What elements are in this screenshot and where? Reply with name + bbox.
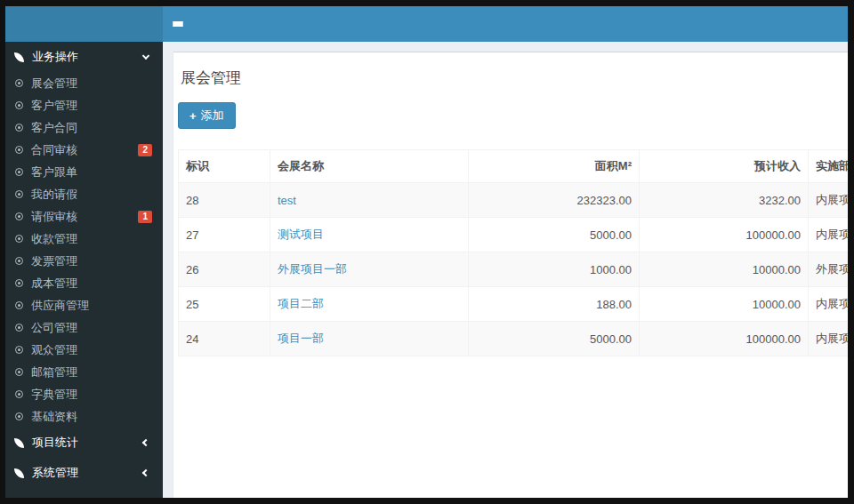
table-cell: 5000.00 xyxy=(469,322,640,356)
sidebar-item-label: 客户管理 xyxy=(31,99,77,112)
exhibition-name-link[interactable]: 项目一部 xyxy=(270,322,469,356)
sidebar-submenu: 展会管理客户管理客户合同合同审核2客户跟单我的请假请假审核1收款管理发票管理成本… xyxy=(5,72,163,428)
sidebar-item[interactable]: 发票管理 xyxy=(5,250,163,272)
sidebar-item[interactable]: 客户跟单 xyxy=(5,161,163,183)
sidebar-item-label: 展会管理 xyxy=(31,76,77,90)
exhibition-name-link[interactable]: 外展项目一部 xyxy=(270,252,469,287)
sidebar-item[interactable]: 供应商管理 xyxy=(5,294,163,316)
circle-dot-icon xyxy=(15,412,23,420)
leaf-icon xyxy=(14,52,24,62)
sidebar-item-label: 邮箱管理 xyxy=(31,365,77,379)
circle-dot-icon xyxy=(15,279,23,287)
circle-dot-icon xyxy=(15,79,23,87)
sidebar-item[interactable]: 基础资料 xyxy=(5,405,163,428)
sidebar-section-label: 系统管理 xyxy=(32,465,78,481)
sidebar-item-label: 我的请假 xyxy=(31,188,77,201)
chevron-down-icon xyxy=(142,52,149,60)
table-header-row: 标识会展名称面积M²预计收入实施部门 xyxy=(179,150,849,183)
sidebar-item[interactable]: 客户管理 xyxy=(5,94,163,116)
top-navbar xyxy=(5,6,848,42)
table-cell: 24 xyxy=(179,322,270,356)
column-header: 实施部门 xyxy=(809,150,849,183)
sidebar-item-label: 客户合同 xyxy=(31,121,77,134)
sidebar-item-label: 成本管理 xyxy=(31,276,77,290)
sidebar-item-label: 收款管理 xyxy=(31,232,77,245)
table-cell: 5000.00 xyxy=(469,218,640,252)
hamburger-icon xyxy=(173,21,183,27)
table-cell: 27 xyxy=(179,218,270,252)
sidebar-section-1[interactable]: 业务操作 xyxy=(5,42,163,72)
navbar-main xyxy=(163,6,848,42)
table-cell: 外展项目 xyxy=(809,252,849,287)
sidebar-item[interactable]: 我的请假 xyxy=(5,183,163,205)
table-cell: 内展项目 xyxy=(809,218,849,252)
sidebar-item-label: 公司管理 xyxy=(31,321,77,334)
table-body: 28test232323.003232.00内展项目27测试项目5000.001… xyxy=(179,183,849,356)
sidebar-item[interactable]: 请假审核1 xyxy=(5,205,163,228)
table-cell: 10000.00 xyxy=(640,252,809,287)
sidebar-toggle-button[interactable] xyxy=(163,6,193,42)
sidebar-item[interactable]: 成本管理 xyxy=(5,272,163,294)
sidebar-section-3[interactable]: 系统管理 xyxy=(5,458,163,488)
circle-dot-icon xyxy=(15,368,23,376)
sidebar-menu: 业务操作展会管理客户管理客户合同合同审核2客户跟单我的请假请假审核1收款管理发票… xyxy=(5,42,163,488)
logo-area xyxy=(5,6,163,42)
sidebar-item[interactable]: 客户合同 xyxy=(5,116,163,139)
add-button[interactable]: + 添加 xyxy=(178,102,236,129)
leaf-icon xyxy=(14,468,24,478)
table-cell: 内展项目 xyxy=(809,322,849,356)
table-cell: 188.00 xyxy=(469,287,640,322)
add-button-label: 添加 xyxy=(201,108,224,124)
screenshot-frame: { "topbar": { "hamburger_icon": "hamburg… xyxy=(0,0,854,504)
chevron-left-icon xyxy=(142,439,149,446)
sidebar-item-label: 字典管理 xyxy=(31,388,77,401)
sidebar-item[interactable]: 收款管理 xyxy=(5,228,163,250)
sidebar-item-label: 基础资料 xyxy=(31,410,77,423)
table-cell: 26 xyxy=(179,252,270,287)
table-cell: 内展项目 xyxy=(809,287,849,322)
table-cell: 100000.00 xyxy=(640,322,809,356)
circle-dot-icon xyxy=(15,324,23,332)
circle-dot-icon xyxy=(15,301,23,309)
sidebar-item-label: 发票管理 xyxy=(31,254,77,268)
notification-badge: 1 xyxy=(138,211,152,223)
exhibition-name-link[interactable]: 项目二部 xyxy=(270,287,469,322)
circle-dot-icon xyxy=(15,390,23,398)
sidebar-item[interactable]: 公司管理 xyxy=(5,316,163,339)
table-cell: 10000.00 xyxy=(640,287,809,322)
sidebar-item[interactable]: 展会管理 xyxy=(5,72,163,94)
sidebar-item-label: 合同审核 xyxy=(31,143,77,156)
sidebar-item[interactable]: 字典管理 xyxy=(5,383,163,405)
content-area: 展会管理 + 添加 标识会展名称面积M²预计收入实施部门 28test23232… xyxy=(163,42,848,498)
main-row: 业务操作展会管理客户管理客户合同合同审核2客户跟单我的请假请假审核1收款管理发票… xyxy=(5,42,848,498)
sidebar-item[interactable]: 观众管理 xyxy=(5,339,163,361)
circle-dot-icon xyxy=(15,257,23,265)
column-header: 标识 xyxy=(179,150,270,183)
sidebar-item-label: 观众管理 xyxy=(31,343,77,356)
table-row: 24项目一部5000.00100000.00内展项目 xyxy=(179,322,849,356)
table-cell: 内展项目 xyxy=(809,183,849,218)
column-header: 面积M² xyxy=(469,150,640,183)
table-row: 27测试项目5000.00100000.00内展项目 xyxy=(179,218,849,252)
chevron-left-icon xyxy=(142,469,149,476)
table-row: 28test232323.003232.00内展项目 xyxy=(179,183,849,218)
sidebar-item[interactable]: 邮箱管理 xyxy=(5,361,163,383)
app-window: 业务操作展会管理客户管理客户合同合同审核2客户跟单我的请假请假审核1收款管理发票… xyxy=(5,6,848,498)
exhibition-table: 标识会展名称面积M²预计收入实施部门 28test232323.003232.0… xyxy=(178,149,848,356)
exhibition-name-link[interactable]: 测试项目 xyxy=(270,218,469,252)
circle-dot-icon xyxy=(15,146,23,154)
column-header: 会展名称 xyxy=(270,150,469,183)
table-cell: 3232.00 xyxy=(640,183,809,218)
sidebar-item-label: 供应商管理 xyxy=(31,299,89,312)
sidebar-nav: 业务操作展会管理客户管理客户合同合同审核2客户跟单我的请假请假审核1收款管理发票… xyxy=(5,42,163,498)
circle-dot-icon xyxy=(15,190,23,198)
plus-icon: + xyxy=(189,110,197,122)
sidebar-item[interactable]: 合同审核2 xyxy=(5,139,163,161)
table-cell: 25 xyxy=(179,287,270,322)
exhibition-name-link[interactable]: test xyxy=(270,183,469,218)
table-row: 25项目二部188.0010000.00内展项目 xyxy=(179,287,849,322)
sidebar-section-2[interactable]: 项目统计 xyxy=(5,428,163,458)
sidebar-section-label: 业务操作 xyxy=(32,49,78,65)
exhibition-panel: 展会管理 + 添加 标识会展名称面积M²预计收入实施部门 28test23232… xyxy=(173,52,848,498)
table-cell: 232323.00 xyxy=(469,183,640,218)
